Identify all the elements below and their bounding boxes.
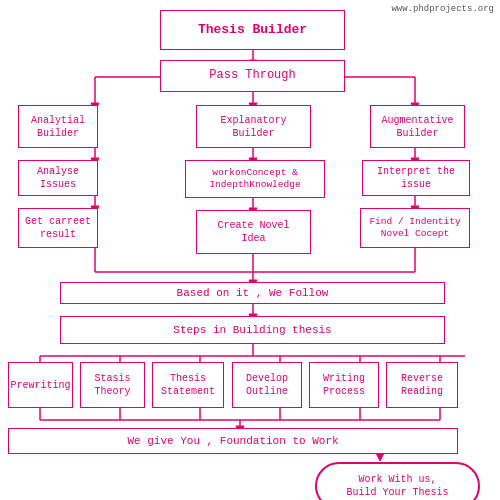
steps-box: Steps in Building thesis (60, 316, 445, 344)
reverse-reading-box: Reverse Reading (386, 362, 458, 408)
foundation-box: We give You , Foundation to Work (8, 428, 458, 454)
stasis-theory-box: Stasis Theory (80, 362, 145, 408)
develop-outline-box: Develop Outline (232, 362, 302, 408)
analytical-builder-box: Analytial Builder (18, 105, 98, 148)
workon-box: workonConcept & IndepthKnowledge (185, 160, 325, 198)
thesis-statement-box: Thesis Statement (152, 362, 224, 408)
diagram: www.phdprojects.org (0, 0, 500, 500)
interpret-box: Interpret the issue (362, 160, 470, 196)
svg-marker-48 (376, 453, 384, 461)
augmentative-builder-box: Augmentative Builder (370, 105, 465, 148)
pass-through-box: Pass Through (160, 60, 345, 92)
writing-process-box: Writing Process (309, 362, 379, 408)
analyse-issues-box: Analyse Issues (18, 160, 98, 196)
get-carret-box: Get carreet result (18, 208, 98, 248)
find-indentity-box: Find / Indentity Novel Cocept (360, 208, 470, 248)
prewriting-box: Prewriting (8, 362, 73, 408)
thesis-builder-box: Thesis Builder (160, 10, 345, 50)
watermark: www.phdprojects.org (391, 4, 494, 14)
based-on-box: Based on it , We Follow (60, 282, 445, 304)
work-with-oval: Work With us, Build Your Thesis (315, 462, 480, 500)
explanatory-builder-box: Explanatory Builder (196, 105, 311, 148)
create-novel-box: Create Novel Idea (196, 210, 311, 254)
